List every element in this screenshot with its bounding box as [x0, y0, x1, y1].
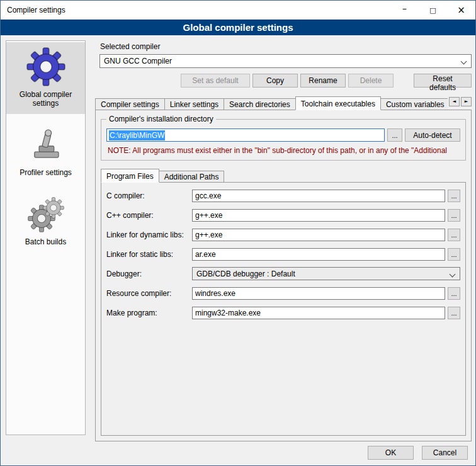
- form-row: Resource compiler: ...: [106, 287, 460, 300]
- window-close-button[interactable]: ×: [447, 1, 475, 20]
- field-label: C++ compiler:: [106, 211, 192, 220]
- main-panel: Selected compiler GNU GCC Compiler Set a…: [92, 40, 472, 441]
- installation-directory-input[interactable]: C:\raylib\MinGW: [106, 128, 385, 142]
- installation-directory-group-title: Compiler's installation directory: [106, 115, 216, 123]
- tab-additional-paths[interactable]: Additional Paths: [159, 171, 225, 183]
- form-row: Make program: ...: [106, 306, 460, 319]
- field-label: C compiler:: [106, 191, 192, 200]
- field-label: Linker for dynamic libs:: [106, 230, 192, 239]
- chevron-down-icon: [461, 59, 467, 65]
- minimize-icon: –: [402, 3, 407, 13]
- cpp-compiler-input[interactable]: [192, 209, 445, 222]
- browse-make-program-button[interactable]: ...: [448, 307, 460, 319]
- tab-search-directories[interactable]: Search directories: [224, 98, 296, 110]
- dynamic-linker-input[interactable]: [192, 229, 445, 241]
- gear-icon: [26, 47, 65, 86]
- settings-sidebar: Global compiler settings Profiler settin…: [6, 40, 86, 435]
- browse-static-linker-button[interactable]: ...: [448, 248, 460, 261]
- installation-directory-note: NOTE: All programs must exist either in …: [108, 146, 460, 155]
- set-as-default-button[interactable]: Set as default: [181, 74, 250, 88]
- auto-detect-button[interactable]: Auto-detect: [405, 128, 460, 142]
- maximize-icon: □: [429, 6, 436, 14]
- tab-scroll-right-icon[interactable]: ►: [461, 97, 472, 106]
- c-compiler-input[interactable]: [192, 190, 445, 202]
- dialog-footer: OK Cancel: [368, 446, 468, 460]
- installation-directory-group: Compiler's installation directory C:\ray…: [101, 119, 466, 161]
- sidebar-item-profiler-settings[interactable]: Profiler settings: [6, 123, 85, 183]
- window-title: Compiler settings: [1, 6, 390, 14]
- delete-button[interactable]: Delete: [348, 74, 394, 88]
- close-icon: ×: [457, 4, 465, 16]
- tabs-scroll-viewport: Compiler settings Linker settings Search…: [95, 96, 448, 110]
- selected-compiler-dropdown[interactable]: GNU GCC Compiler: [99, 54, 472, 68]
- window-minimize-button[interactable]: –: [390, 1, 419, 20]
- titlebar: Compiler settings – □ ×: [1, 1, 475, 20]
- ok-button[interactable]: OK: [368, 446, 414, 460]
- sidebar-item-label: Batch builds: [8, 237, 83, 246]
- settings-tabstrip: Compiler settings Linker settings Search…: [95, 96, 472, 110]
- program-files-panel: C compiler: ... C++ compiler: ... Linker…: [101, 182, 466, 436]
- compiler-settings-dialog: Compiler settings – □ × Global compiler …: [0, 0, 476, 466]
- tab-program-files[interactable]: Program Files: [101, 169, 159, 183]
- profiler-icon: [28, 128, 64, 164]
- make-program-input[interactable]: [192, 307, 445, 319]
- form-row: Linker for dynamic libs: ...: [106, 228, 460, 241]
- selected-compiler-value: GNU GCC Compiler: [104, 57, 172, 65]
- form-row: C compiler: ...: [106, 189, 460, 202]
- tab-linker-settings[interactable]: Linker settings: [164, 98, 224, 110]
- installation-directory-value: C:\raylib\MinGW: [109, 130, 165, 140]
- cancel-button[interactable]: Cancel: [422, 446, 468, 460]
- toolchain-executables-panel: Compiler's installation directory C:\ray…: [95, 110, 472, 441]
- browse-c-compiler-button[interactable]: ...: [448, 190, 460, 202]
- window-maximize-button[interactable]: □: [419, 1, 447, 20]
- form-row: C++ compiler: ...: [106, 208, 460, 222]
- debugger-value: GDB/CDB debugger : Default: [196, 270, 295, 278]
- tab-custom-variables[interactable]: Custom variables: [380, 98, 448, 110]
- browse-resource-compiler-button[interactable]: ...: [448, 287, 460, 300]
- sidebar-item-global-compiler-settings[interactable]: Global compiler settings: [6, 42, 85, 114]
- program-files-tabstrip: Program Files Additional Paths: [101, 169, 466, 183]
- debugger-select[interactable]: GDB/CDB debugger : Default: [192, 267, 460, 280]
- sidebar-item-label: Profiler settings: [8, 168, 83, 177]
- tab-scroll-buttons: ◄ ►: [449, 97, 472, 106]
- tab-scroll-left-icon[interactable]: ◄: [449, 97, 460, 106]
- browse-cpp-compiler-button[interactable]: ...: [448, 209, 460, 222]
- dialog-banner-title: Global compiler settings: [1, 20, 475, 35]
- browse-installation-directory-button[interactable]: ...: [387, 128, 402, 142]
- static-linker-input[interactable]: [192, 248, 445, 261]
- field-label: Make program:: [106, 309, 192, 317]
- field-label: Linker for static libs:: [106, 250, 192, 259]
- sidebar-item-label: Global compiler settings: [8, 90, 83, 108]
- field-label: Resource compiler:: [106, 289, 192, 298]
- selected-compiler-label: Selected compiler: [100, 42, 472, 51]
- reset-defaults-button[interactable]: Reset defaults: [414, 74, 472, 88]
- compiler-actions: Set as default Copy Rename Delete Reset …: [99, 74, 472, 88]
- chevron-down-icon: [450, 271, 456, 278]
- tab-compiler-settings[interactable]: Compiler settings: [95, 98, 165, 110]
- resource-compiler-input[interactable]: [192, 287, 445, 300]
- browse-dynamic-linker-button[interactable]: ...: [448, 229, 460, 241]
- rename-button[interactable]: Rename: [300, 74, 346, 88]
- sidebar-item-batch-builds[interactable]: Batch builds: [6, 192, 85, 253]
- field-label: Debugger:: [106, 270, 192, 278]
- form-row: Debugger: GDB/CDB debugger : Default: [106, 267, 460, 280]
- copy-button[interactable]: Copy: [252, 74, 298, 88]
- tab-toolchain-executables[interactable]: Toolchain executables: [295, 96, 381, 110]
- batch-builds-icon: [28, 197, 64, 234]
- form-row: Linker for static libs: ...: [106, 247, 460, 261]
